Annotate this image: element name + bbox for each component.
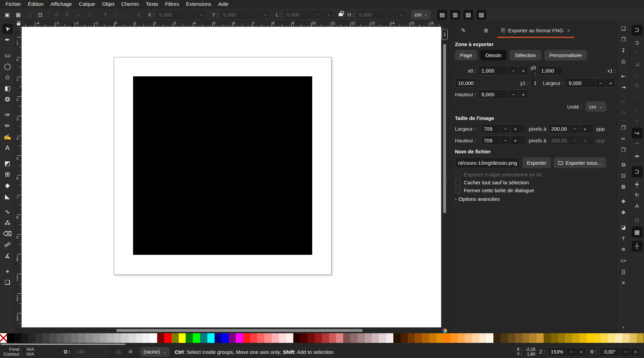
color-swatch[interactable]: [472, 333, 479, 343]
filename-input[interactable]: nt/cours-1/img/dessin.png: [455, 157, 520, 168]
color-swatch[interactable]: [50, 333, 57, 343]
color-swatch[interactable]: [422, 333, 429, 343]
dropper-tool[interactable]: ◆: [2, 180, 13, 191]
snap-rotation-center-icon[interactable]: ↻: [633, 191, 641, 199]
mesh-gradient-tool[interactable]: ⊞: [2, 169, 13, 180]
color-swatch[interactable]: [114, 333, 121, 343]
color-swatch[interactable]: [28, 333, 35, 343]
color-swatch[interactable]: [343, 333, 350, 343]
menu-item[interactable]: Calque: [75, 1, 99, 7]
export-icon[interactable]: ⇥: [619, 84, 627, 91]
ellipse-tool[interactable]: ◯: [2, 61, 13, 72]
deselect-icon[interactable]: ▢: [25, 10, 34, 19]
gradient-tool[interactable]: ◩: [2, 158, 13, 169]
spin-value[interactable]: 0,000: [357, 10, 386, 19]
coordinate-spinbox[interactable]: 0,000 − +: [356, 10, 406, 20]
panel-resize-handle[interactable]: ⋮: [445, 176, 449, 181]
color-swatch[interactable]: [207, 333, 215, 343]
lock-guides-icon[interactable]: [17, 23, 20, 25]
area-spinbox[interactable]: 10,000 − +: [455, 78, 476, 88]
layer-lock-icon[interactable]: [129, 350, 132, 353]
snap-text-baseline-icon[interactable]: A: [633, 202, 641, 209]
spin-value[interactable]: 0,00°: [600, 347, 620, 356]
save-document-icon[interactable]: ↧: [619, 47, 627, 54]
print-icon[interactable]: ⎙: [619, 58, 627, 65]
spiral-tool[interactable]: ❂: [2, 94, 13, 105]
horizontal-ruler[interactable]: -4-3-2-1012345678910111213141516: [22, 21, 441, 27]
color-swatch[interactable]: [522, 333, 530, 343]
scale-pattern-toggle[interactable]: ▨: [476, 10, 487, 20]
color-swatch[interactable]: [179, 333, 186, 343]
color-swatch[interactable]: [157, 333, 164, 343]
color-swatch[interactable]: [93, 333, 100, 343]
area-spinbox[interactable]: 9,000 − +: [478, 89, 528, 99]
tab-objects[interactable]: ≣: [474, 23, 497, 37]
plus-button[interactable]: +: [518, 66, 528, 75]
dpi-spinbox[interactable]: 200,00 − +: [548, 135, 593, 145]
color-swatch[interactable]: [272, 333, 279, 343]
snap-object-center-icon[interactable]: ┿: [633, 181, 641, 188]
more-dialogs-icon[interactable]: ›: [619, 323, 627, 330]
color-swatch[interactable]: [86, 333, 93, 343]
current-layer-dropdown[interactable]: (racine) ⌄: [140, 347, 170, 357]
color-swatch[interactable]: [572, 333, 579, 343]
area-spinbox[interactable]: 1,000 − +: [478, 66, 528, 75]
minus-button[interactable]: −: [314, 10, 324, 19]
unit-dropdown[interactable]: cm ⌄: [411, 10, 431, 20]
color-swatch[interactable]: [215, 333, 222, 343]
color-swatch[interactable]: [508, 333, 515, 343]
plus-button[interactable]: +: [260, 10, 270, 19]
color-swatch[interactable]: [243, 333, 250, 343]
scale-gradient-toggle[interactable]: ▧: [463, 10, 473, 20]
spin-value[interactable]: 709: [481, 124, 500, 133]
zoom-spinbox[interactable]: 153% − +: [548, 347, 586, 357]
clone-icon[interactable]: ⊡: [619, 172, 627, 180]
snap-midpoint-icon[interactable]: ⇹: [633, 152, 641, 160]
color-swatch[interactable]: [229, 333, 236, 343]
snap-grid-icon[interactable]: ▦: [632, 227, 643, 238]
scale-stroke-toggle[interactable]: ▤: [437, 10, 447, 20]
color-swatch[interactable]: [637, 333, 644, 343]
color-swatch[interactable]: [307, 333, 315, 343]
coordinate-spinbox[interactable]: 0,000 − +: [156, 10, 206, 20]
plus-button[interactable]: +: [510, 124, 520, 133]
redo-icon[interactable]: ↷: [619, 109, 627, 117]
color-swatch[interactable]: [78, 333, 86, 343]
plus-button[interactable]: +: [396, 10, 406, 19]
scrollbar-thumb[interactable]: [1, 344, 125, 345]
plus-button[interactable]: +: [196, 10, 206, 19]
color-swatch[interactable]: [257, 333, 264, 343]
zoom-tool[interactable]: ⌖: [2, 266, 13, 276]
scrollbar-thumb[interactable]: [116, 329, 363, 332]
color-swatch[interactable]: [150, 333, 157, 343]
color-swatch[interactable]: [630, 333, 637, 343]
eraser-tool[interactable]: ⌫: [2, 229, 13, 239]
color-swatch[interactable]: [43, 333, 50, 343]
color-swatch[interactable]: [315, 333, 322, 343]
color-swatch[interactable]: [579, 333, 587, 343]
spin-value[interactable]: 9,000: [566, 78, 596, 87]
plus-button[interactable]: +: [630, 347, 640, 356]
minus-button[interactable]: −: [566, 347, 576, 356]
color-swatch[interactable]: [365, 333, 372, 343]
export-as-button[interactable]: Exporter sous...: [554, 157, 606, 168]
cut-icon[interactable]: ✂: [619, 135, 627, 143]
xml-editor-icon[interactable]: <>: [619, 257, 627, 264]
area-mode-button[interactable]: Dessin: [480, 50, 506, 61]
flip-horizontal-icon[interactable]: ↔: [74, 10, 83, 19]
pen-tool[interactable]: ✑: [2, 110, 13, 120]
color-swatch[interactable]: [136, 333, 143, 343]
document-page[interactable]: [114, 57, 331, 275]
plus-button[interactable]: +: [576, 347, 586, 356]
measure-tool[interactable]: ∡: [2, 251, 13, 261]
color-swatch[interactable]: [143, 333, 150, 343]
ruler-corner[interactable]: [15, 21, 22, 27]
color-swatch[interactable]: [293, 333, 301, 343]
color-swatch[interactable]: [71, 333, 78, 343]
color-swatch[interactable]: [615, 333, 622, 343]
color-swatch[interactable]: [172, 333, 179, 343]
horizontal-scrollbar[interactable]: [22, 327, 441, 333]
color-swatch[interactable]: [393, 333, 401, 343]
color-swatch[interactable]: [64, 333, 72, 343]
color-swatch[interactable]: [408, 333, 415, 343]
